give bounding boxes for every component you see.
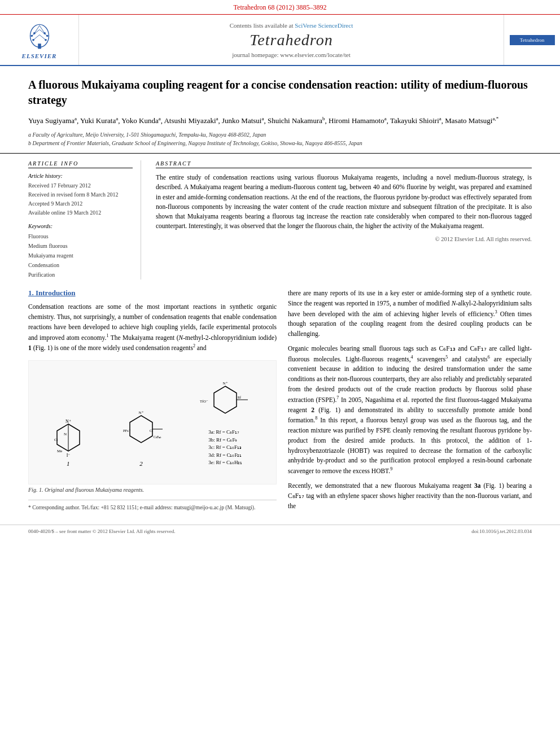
affiliation-b: b Department of Frontier Materials, Grad… <box>28 139 532 147</box>
svg-point-9 <box>43 32 46 34</box>
svg-point-10 <box>30 35 33 37</box>
svg-point-12 <box>32 39 34 41</box>
info-abstract-section: Article Info Article history: Received 1… <box>0 154 560 279</box>
svg-line-2 <box>34 25 39 33</box>
content-left-column: 1. Introduction Condensation reactions a… <box>28 289 277 516</box>
svg-text:N⁺: N⁺ <box>65 419 71 424</box>
abstract-text: The entire study of condensation reactio… <box>156 173 532 231</box>
affiliations: a Faculty of Agriculture, Meijo Universi… <box>28 130 532 147</box>
svg-text:Cl: Cl <box>150 429 153 433</box>
sciverse-link[interactable]: SciVerse ScienceDirect <box>295 22 353 29</box>
svg-marker-27 <box>214 386 237 413</box>
svg-text:N⁺: N⁺ <box>138 410 143 415</box>
abstract-label: Abstract <box>156 160 532 168</box>
footnote-section: * Corresponding author. Tel./fax: +81 52… <box>28 500 277 512</box>
journal-homepage: journal homepage: www.elsevier.com/locat… <box>232 51 350 58</box>
compound-3-labels: 3a: Rf = C₈F₁₇ 3b: Rf = C₆F₉ 3c: Rf = C₁… <box>208 429 242 467</box>
available-online-date: Available online 19 March 2012 <box>28 208 133 217</box>
accepted-date: Accepted 9 March 2012 <box>28 199 133 208</box>
svg-text:TfO⁻: TfO⁻ <box>200 399 208 403</box>
right-para3: Recently, we demonstrated that a new flu… <box>288 481 532 511</box>
tetrahedron-badge: Tetrahedron <box>510 35 555 45</box>
svg-text:Me: Me <box>57 449 62 453</box>
figure-caption: Fig. 1. Original and fluorous Mukaiyama … <box>28 487 277 493</box>
corresponding-author-footnote: * Corresponding author. Tel./fax: +81 52… <box>28 504 277 512</box>
keyword-mukaiyama: Mukaiyama reagent <box>28 251 133 260</box>
intro-para1: Condensation reactions are some of the m… <box>28 302 277 353</box>
content-right-column: there are many reports of its use in a k… <box>288 289 532 516</box>
right-para1: there are many reports of its use in a k… <box>288 289 532 339</box>
elsevier-logo: ELSEVIER <box>22 20 57 59</box>
svg-text:PF₆⁻: PF₆⁻ <box>123 429 131 433</box>
elsevier-tree-icon <box>23 20 56 51</box>
compound-2-label: 2 <box>139 460 143 467</box>
chemical-structures: N⁺ Cl I⁻ N Me 1 <box>29 372 276 473</box>
keywords-list: Fluorous Medium fluorous Mukaiyama reage… <box>28 231 133 279</box>
svg-line-4 <box>32 30 40 36</box>
authors: Yuya Sugiyamaa, Yuki Kurataa, Yoko Kunda… <box>28 115 532 127</box>
main-content: 1. Introduction Condensation reactions a… <box>0 279 560 525</box>
figure-image: N⁺ Cl I⁻ N Me 1 <box>28 360 277 484</box>
article-title-section: A fluorous Mukaiyama coupling reagent fo… <box>0 66 560 154</box>
svg-point-11 <box>46 35 48 37</box>
svg-text:I⁻: I⁻ <box>66 453 70 458</box>
elsevier-brand-text: ELSEVIER <box>22 53 57 59</box>
journal-citation: Tetrahedron 68 (2012) 3885–3892 <box>0 0 560 15</box>
figure-1: N⁺ Cl I⁻ N Me 1 <box>28 360 277 493</box>
keyword-purification: Purification <box>28 270 133 279</box>
journal-title-section: Contents lists available at SciVerse Sci… <box>79 15 504 65</box>
article-title: A fluorous Mukaiyama coupling reagent fo… <box>28 77 532 108</box>
svg-line-3 <box>40 25 45 33</box>
svg-point-13 <box>45 39 47 41</box>
compound-1-label: 1 <box>67 460 70 467</box>
article-history-heading: Article history: <box>28 173 133 179</box>
svg-text:C₆F₁₉: C₆F₁₉ <box>154 435 161 439</box>
svg-point-8 <box>33 32 36 34</box>
svg-line-6 <box>33 35 40 40</box>
keywords-heading: Keywords: <box>28 223 133 229</box>
journal-header: ELSEVIER Contents lists available at Sci… <box>0 15 560 66</box>
revised-date: Received in revised form 8 March 2012 <box>28 190 133 199</box>
svg-line-5 <box>40 30 47 36</box>
bottom-bar: 0040-4020/$ – see front matter © 2012 El… <box>0 525 560 538</box>
svg-text:Cl: Cl <box>54 438 58 442</box>
svg-text:Rf: Rf <box>238 396 241 399</box>
elsevier-logo-section: ELSEVIER <box>0 15 79 65</box>
keyword-condensation: Condensation <box>28 260 133 270</box>
copyright: © 2012 Elsevier Ltd. All rights reserved… <box>156 236 532 242</box>
right-para2: Organic molecules bearing small fluorous… <box>288 344 532 477</box>
compound-2: N⁺ PF₆⁻ Cl C₆F₁₉ 2 <box>113 407 169 467</box>
keyword-medium-fluorous: Medium fluorous <box>28 241 133 251</box>
article-info-label: Article Info <box>28 160 133 168</box>
introduction-heading: 1. Introduction <box>28 289 277 298</box>
sciverse-line: Contents lists available at SciVerse Sci… <box>230 22 353 29</box>
issn-line: 0040-4020/$ – see front matter © 2012 El… <box>28 528 176 534</box>
article-info-column: Article Info Article history: Received 1… <box>28 160 141 279</box>
svg-marker-21 <box>130 416 152 443</box>
compound-1: N⁺ Cl I⁻ N Me 1 <box>46 413 91 467</box>
journal-title: Tetrahedron <box>250 31 333 49</box>
compound-1-svg: N⁺ Cl I⁻ N Me <box>46 413 91 458</box>
svg-line-7 <box>40 35 46 40</box>
compound-3-svg: N⁺ TfO⁻ Rf <box>191 378 259 429</box>
received-date: Received 17 February 2012 <box>28 181 133 190</box>
tetrahedron-badge-section: Tetrahedron <box>504 15 560 65</box>
svg-rect-0 <box>38 43 41 49</box>
compound-2-svg: N⁺ PF₆⁻ Cl C₆F₁₉ <box>113 407 169 458</box>
compound-3-group: N⁺ TfO⁻ Rf 3a: Rf = C₈F₁₇ 3b: Rf = C₆F₉ … <box>191 378 259 467</box>
keyword-fluorous: Fluorous <box>28 231 133 241</box>
abstract-column: Abstract The entire study of condensatio… <box>152 160 532 279</box>
article-dates: Received 17 February 2012 Received in re… <box>28 181 133 217</box>
doi-line: doi:10.1016/j.tet.2012.03.034 <box>471 528 532 534</box>
svg-text:N: N <box>64 432 67 436</box>
svg-text:N⁺: N⁺ <box>223 381 228 386</box>
affiliation-a: a Faculty of Agriculture, Meijo Universi… <box>28 130 532 139</box>
